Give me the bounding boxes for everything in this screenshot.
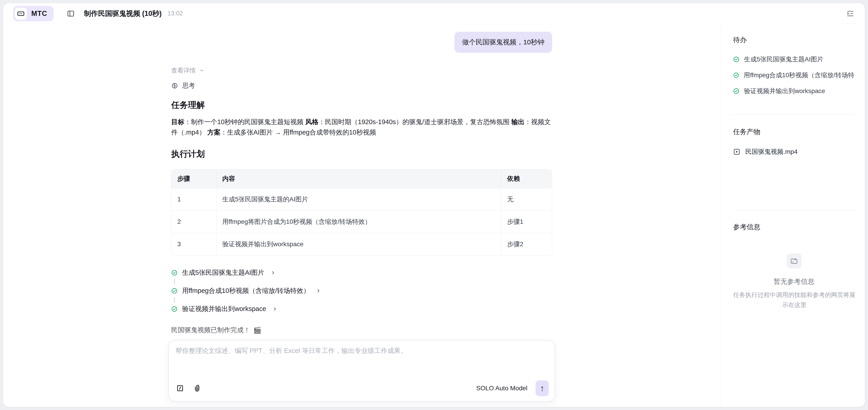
chevron-right-icon — [271, 270, 275, 275]
chevron-down-icon — [199, 68, 204, 73]
artifact-item[interactable]: 民国驱鬼视频.mp4 — [733, 147, 855, 156]
step-checklist: 生成5张民国驱鬼主题AI图片用ffmpeg合成10秒视频（含缩放/转场特效）验证… — [171, 268, 552, 313]
references-empty-state: 暂无参考信息 任务执行过程中调用的技能和参考的网页将展示在这里 — [733, 253, 855, 310]
understanding-text: ：生成多张AI图片 → 用ffmpeg合成带特效的10秒视频 — [221, 129, 376, 136]
todo-section-title: 待办 — [733, 35, 855, 45]
understanding-text: ：民国时期（1920s-1940s）的驱鬼/道士驱邪场景，复古恐怖氛围 — [318, 118, 511, 126]
empty-folder-icon — [786, 253, 802, 268]
step-item[interactable]: 验证视频并输出到workspace — [171, 304, 552, 313]
model-selector[interactable]: SOLO Auto Model — [476, 385, 527, 392]
completion-text: 民国驱鬼视频已制作完成！ — [171, 326, 250, 335]
collapse-panel-icon[interactable] — [846, 9, 855, 18]
send-button[interactable]: ↑ — [535, 380, 549, 396]
todo-item: 用ffmpeg合成10秒视频（含缩放/转场特... — [733, 71, 855, 79]
view-details-label: 查看详情 — [171, 66, 196, 74]
check-circle-icon — [171, 270, 178, 276]
check-circle-icon — [733, 88, 739, 94]
brain-icon — [171, 82, 178, 89]
understanding-key: 目标 — [171, 118, 184, 126]
top-bar: MTC 制作民国驱鬼视频 (10秒) 13:02 — [3, 3, 865, 24]
todo-item: 验证视频并输出到workspace — [733, 87, 855, 95]
step-connector — [174, 297, 175, 303]
step-item[interactable]: 生成5张民国驱鬼主题AI图片 — [171, 268, 552, 277]
table-header-cell: 内容 — [216, 169, 501, 188]
artifact-name: 民国驱鬼视频.mp4 — [745, 147, 798, 156]
chevron-right-icon — [273, 307, 277, 311]
slash-command-icon[interactable] — [176, 384, 184, 392]
table-cell: 验证视频并输出到workspace — [216, 233, 501, 255]
brand-logo-icon — [15, 8, 27, 20]
references-section-title: 参考信息 — [733, 223, 855, 232]
todo-item-label: 用ffmpeg合成10秒视频（含缩放/转场特... — [744, 71, 855, 79]
todo-list: 生成5张民国驱鬼主题AI图片用ffmpeg合成10秒视频（含缩放/转场特...验… — [733, 55, 855, 95]
table-cell: 3 — [172, 233, 216, 255]
table-header-cell: 依赖 — [501, 169, 552, 188]
attachment-icon[interactable] — [194, 384, 202, 392]
step-label: 生成5张民国驱鬼主题AI图片 — [182, 268, 265, 277]
check-circle-icon — [733, 72, 739, 78]
divider — [731, 114, 855, 115]
table-header-row: 步骤内容依赖 — [172, 169, 552, 188]
table-cell: 用ffmpeg将图片合成为10秒视频（含缩放/转场特效） — [216, 211, 501, 233]
page-title: 制作民国驱鬼视频 (10秒) — [84, 9, 162, 19]
check-circle-icon — [171, 288, 178, 294]
view-details-toggle[interactable]: 查看详情 — [171, 66, 552, 74]
understanding-key: 方案 — [208, 129, 221, 136]
plan-table: 步骤内容依赖 1生成5张民国驱鬼主题的AI图片无2用ffmpeg将图片合成为10… — [171, 169, 552, 255]
table-cell: 生成5张民国驱鬼主题的AI图片 — [216, 188, 501, 211]
table-cell: 1 — [172, 188, 216, 211]
clapperboard-emoji: 🎬 — [253, 327, 261, 334]
video-file-icon — [733, 148, 740, 156]
step-item[interactable]: 用ffmpeg合成10秒视频（含缩放/转场特效） — [171, 286, 552, 295]
step-label: 用ffmpeg合成10秒视频（含缩放/转场特效） — [182, 286, 310, 295]
empty-state-title: 暂无参考信息 — [733, 277, 855, 286]
user-message-bubble: 做个民国驱鬼视频，10秒钟 — [455, 32, 552, 53]
table-row: 3验证视频并输出到workspace步骤2 — [172, 233, 552, 255]
task-understanding-paragraph: 目标：制作一个10秒钟的民国驱鬼主题短视频 风格：民国时期（1920s-1940… — [171, 117, 552, 137]
thinking-toggle[interactable]: 思考 — [171, 81, 552, 90]
check-circle-icon — [733, 56, 739, 63]
check-circle-icon — [171, 306, 178, 312]
thinking-label: 思考 — [182, 81, 195, 90]
section-title-execution-plan: 执行计划 — [171, 148, 552, 160]
artifact-list: 民国驱鬼视频.mp4 — [733, 147, 855, 156]
understanding-key: 输出 — [511, 118, 525, 126]
table-header-cell: 步骤 — [172, 169, 216, 188]
chat-area: 做个民国驱鬼视频，10秒钟 查看详情 思考 任务理解 目标：制作 — [3, 24, 720, 407]
table-cell: 步骤1 — [501, 211, 552, 233]
artifacts-section-title: 任务产物 — [733, 127, 855, 137]
table-cell: 步骤2 — [501, 233, 552, 255]
understanding-key: 风格 — [305, 118, 318, 126]
step-connector — [174, 279, 175, 285]
step-label: 验证视频并输出到workspace — [182, 304, 266, 313]
brand-badge[interactable]: MTC — [13, 6, 54, 21]
chevron-right-icon — [316, 288, 321, 293]
understanding-text: ：制作一个10秒钟的民国驱鬼主题短视频 — [184, 118, 305, 126]
empty-state-description: 任务执行过程中调用的技能和参考的网页将展示在这里 — [733, 290, 856, 310]
todo-item: 生成5张民国驱鬼主题AI图片 — [733, 55, 855, 64]
brand-name: MTC — [31, 9, 47, 18]
todo-item-label: 验证视频并输出到workspace — [744, 87, 825, 95]
table-cell: 2 — [172, 211, 216, 233]
app-window: MTC 制作民国驱鬼视频 (10秒) 13:02 做个民国驱鬼视频，10 — [3, 3, 865, 407]
table-cell: 无 — [501, 188, 552, 211]
composer: SOLO Auto Model ↑ — [168, 340, 555, 402]
table-row: 1生成5张民国驱鬼主题的AI图片无 — [172, 188, 552, 211]
todo-item-label: 生成5张民国驱鬼主题AI图片 — [744, 55, 823, 64]
completion-message: 民国驱鬼视频已制作完成！ 🎬 — [171, 326, 552, 335]
message-input[interactable] — [176, 346, 548, 376]
section-title-task-understanding: 任务理解 — [171, 99, 552, 111]
timestamp: 13:02 — [167, 10, 183, 17]
table-row: 2用ffmpeg将图片合成为10秒视频（含缩放/转场特效）步骤1 — [172, 211, 552, 233]
task-sidebar: 待办 生成5张民国驱鬼主题AI图片用ffmpeg合成10秒视频（含缩放/转场特.… — [720, 24, 865, 407]
sidebar-toggle-icon[interactable] — [67, 9, 75, 18]
divider — [213, 70, 552, 71]
